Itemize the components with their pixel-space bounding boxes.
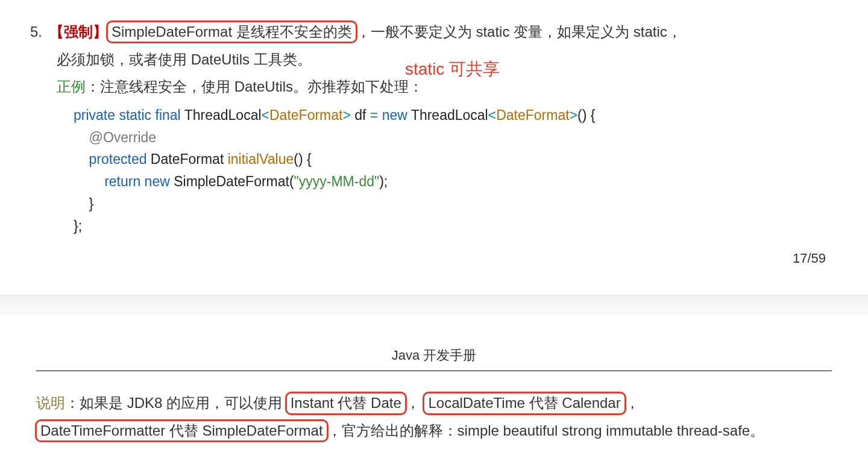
code-line: return new SimpleDateFormat("yyyy-MM-dd"… (74, 171, 844, 193)
note-text: ：如果是 JDK8 的应用，可以使用 (65, 395, 282, 411)
code-line: }; (74, 215, 844, 237)
heading-underline (36, 371, 832, 371)
example-text: ：注意线程安全，使用 DateUtils。亦推荐如下处理： (86, 78, 423, 95)
code-line: private static final ThreadLocal<DateFor… (74, 104, 844, 127)
page-number: 17/59 (12, 246, 844, 271)
handwritten-annotation: static 可共享 (405, 53, 500, 85)
note-tag: 说明 (36, 395, 65, 411)
code-line: @Override (74, 127, 844, 149)
rule-text: ，一般不要定义为 static 变量，如果定义为 static， (356, 23, 682, 40)
note-text: ， (406, 395, 420, 411)
note-paragraph: 说明：如果是 JDK8 的应用，可以使用 Instant 代替 Date， Lo… (0, 383, 868, 468)
note-text: ，官方给出的解释：simple beautiful strong immutab… (327, 422, 765, 439)
highlight-box: LocalDateTime 代替 Calendar (423, 392, 626, 415)
code-line: protected DateFormat initialValue() { (74, 148, 844, 171)
code-block: private static final ThreadLocal<DateFor… (49, 104, 844, 237)
code-line: } (74, 193, 844, 215)
list-item: 5. 【强制】SimpleDateFormat 是线程不安全的类，一般不要定义为… (12, 18, 844, 237)
next-page: Java 开发手册 说明：如果是 JDK8 的应用，可以使用 Instant 代… (0, 343, 868, 468)
page-divider (0, 295, 868, 314)
section-heading: Java 开发手册 (0, 343, 868, 368)
highlight-box: SimpleDateFormat 是线程不安全的类 (106, 20, 357, 43)
example-tag-good: 正例 (57, 78, 86, 95)
document-page: 5. 【强制】SimpleDateFormat 是线程不安全的类，一般不要定义为… (0, 0, 868, 295)
highlight-box: DateTimeFormatter 代替 SimpleDateFormat (35, 419, 329, 442)
rule-tag-mandatory: 【强制】 (49, 23, 107, 40)
item-content: 【强制】SimpleDateFormat 是线程不安全的类，一般不要定义为 st… (49, 18, 844, 237)
highlight-box: Instant 代替 Date (285, 392, 407, 415)
note-text: ， (625, 395, 640, 411)
item-number: 5. (12, 18, 49, 46)
